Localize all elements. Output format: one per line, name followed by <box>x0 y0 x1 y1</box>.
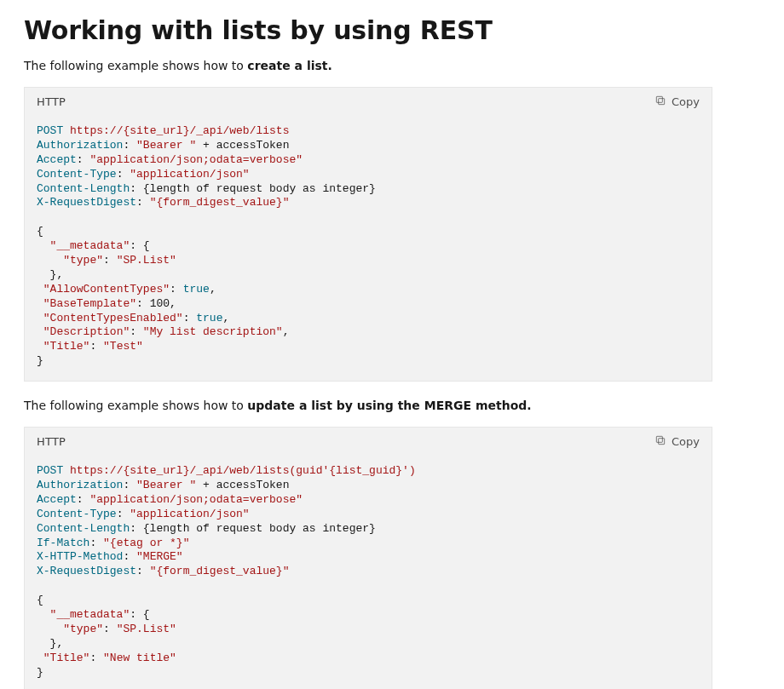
copy-button[interactable]: Copy <box>654 434 700 449</box>
svg-rect-2 <box>659 439 665 445</box>
copy-label: Copy <box>672 435 700 448</box>
intro-1-text: The following example shows how to <box>24 59 247 72</box>
intro-1-bold: create a list. <box>247 59 331 72</box>
code-block-header: HTTP Copy <box>25 88 712 114</box>
intro-paragraph-2: The following example shows how to updat… <box>24 397 712 415</box>
page-title: Working with lists by using REST <box>24 15 712 45</box>
copy-icon <box>654 434 666 449</box>
copy-label: Copy <box>672 95 700 108</box>
svg-rect-1 <box>656 96 662 102</box>
code-block-create-list: HTTP Copy POST https://{site_url}/_api/w… <box>24 87 712 382</box>
code-language-label: HTTP <box>37 435 66 448</box>
intro-2-bold: update a list by using the MERGE method. <box>247 399 531 412</box>
intro-2-text: The following example shows how to <box>24 399 247 412</box>
intro-paragraph-1: The following example shows how to creat… <box>24 57 712 75</box>
code-language-label: HTTP <box>37 95 66 108</box>
code-block-content: POST https://{site_url}/_api/web/lists A… <box>25 114 712 381</box>
code-block-content: POST https://{site_url}/_api/web/lists(g… <box>25 454 712 689</box>
svg-rect-3 <box>656 436 662 442</box>
copy-button[interactable]: Copy <box>654 95 700 109</box>
code-block-update-list: HTTP Copy POST https://{site_url}/_api/w… <box>24 427 712 689</box>
code-block-header: HTTP Copy <box>25 428 712 454</box>
copy-icon <box>654 95 666 109</box>
svg-rect-0 <box>659 99 665 105</box>
